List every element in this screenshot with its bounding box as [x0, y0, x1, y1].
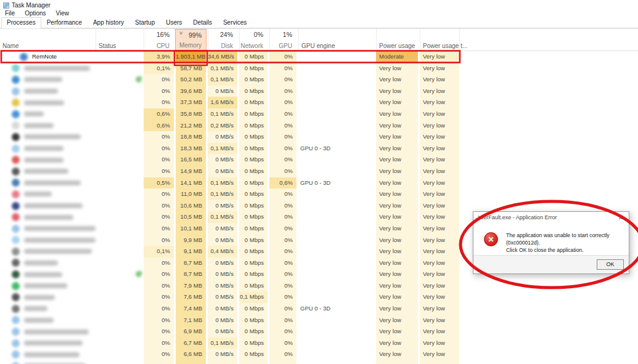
status-cell: [96, 120, 143, 132]
gpu-engine-cell: [298, 200, 375, 212]
redacted-process-name: [24, 318, 54, 323]
status-cell: [96, 166, 143, 177]
gpu-engine-cell: [298, 97, 375, 108]
process-row[interactable]: 0,1%58,7 MB0,1 MB/s0 Mbps0%Very lowVery …: [0, 63, 638, 75]
process-row[interactable]: 0%6,9 MB0 MB/s0 Mbps0%Very lowVery low: [0, 326, 638, 338]
process-row[interactable]: 0,6%21,2 MB0,2 MB/s0 Mbps0%Very lowVery …: [0, 120, 638, 132]
column-header-disk[interactable]: 24% Disk: [208, 29, 237, 51]
redacted-process-name: [24, 169, 68, 174]
tab-startup[interactable]: Startup: [129, 17, 160, 28]
redacted-process-name: [24, 215, 73, 220]
power-usage-cell: Very low: [376, 120, 418, 132]
column-header-power-usage[interactable]: Power usage: [376, 29, 418, 51]
tab-processes[interactable]: Processes: [1, 17, 41, 28]
power-usage-cell: Very low: [376, 338, 418, 349]
process-name-cell: [0, 303, 96, 315]
process-name-cell: [0, 188, 96, 200]
process-icon: [12, 293, 20, 301]
dialog-message: The application was unable to start corr…: [506, 232, 626, 254]
gpu-cell: 0%: [269, 86, 297, 97]
process-row[interactable]: [0, 360, 638, 364]
process-row[interactable]: 0%10,6 MB0 MB/s0 Mbps0%Very lowVery low: [0, 200, 638, 212]
process-name: RemNote: [32, 51, 57, 63]
process-row[interactable]: RemNote3,9%1.903,1 MB34,6 MB/s0 Mbps0%Mo…: [0, 51, 638, 63]
process-row[interactable]: 0%50,2 MB0,1 MB/s0 Mbps0%Very lowVery lo…: [0, 74, 638, 86]
gpu-engine-cell: [298, 269, 375, 280]
ok-button[interactable]: OK: [597, 259, 624, 270]
network-cell: 0 Mbps: [239, 303, 268, 315]
cpu-cell: 0%: [144, 235, 174, 246]
process-name-cell: [0, 166, 96, 177]
power-usage-cell: Moderate: [376, 51, 418, 63]
process-row[interactable]: 0%18,8 MB0 MB/s0 Mbps0%Very lowVery low: [0, 131, 638, 143]
process-name-cell: RemNote: [0, 51, 96, 63]
cpu-cell: 0,1%: [144, 63, 174, 75]
disk-cell: 0 MB/s: [208, 200, 237, 212]
menu-item-file[interactable]: File: [0, 9, 20, 18]
process-row[interactable]: 0%7,1 MB0 MB/s0 Mbps0%Very lowVery low: [0, 315, 638, 326]
status-cell: [96, 200, 143, 212]
process-row[interactable]: 0%14,9 MB0 MB/s0 Mbps0%Very lowVery low: [0, 166, 638, 177]
menu-item-options[interactable]: Options: [20, 9, 51, 18]
gpu-cell: 0%: [269, 211, 297, 223]
tab-app-history[interactable]: App history: [88, 17, 129, 28]
gpu-cell: 0%: [269, 120, 297, 132]
menu-bar: FileOptionsView: [0, 9, 638, 18]
redacted-process-name: [24, 180, 81, 185]
tab-users[interactable]: Users: [160, 17, 187, 28]
column-header-memory[interactable]: ˅ 99% Memory: [175, 29, 207, 51]
status-cell: [96, 338, 143, 349]
gpu-cell: 0%: [269, 257, 297, 269]
tab-services[interactable]: Services: [218, 17, 252, 28]
process-icon: [12, 168, 20, 176]
redacted-process-name: [24, 249, 92, 254]
process-row[interactable]: 0%6,7 MB0,1 MB/s0 Mbps0%Very lowVery low: [0, 338, 638, 349]
column-header-gpu-engine[interactable]: GPU engine: [298, 29, 375, 51]
gpu-cell: 0%: [269, 223, 297, 235]
process-row[interactable]: 0%7,4 MB0 MB/s0 Mbps0%GPU 0 - 3DVery low…: [0, 303, 638, 315]
cpu-cell: 0%: [144, 257, 174, 269]
process-icon: [12, 179, 20, 187]
power-usage-trend-cell: Very low: [420, 97, 459, 108]
redacted-process-name: [24, 100, 64, 105]
process-row[interactable]: 0%18,3 MB0,1 MB/s0 Mbps0%GPU 0 - 3DVery …: [0, 143, 638, 155]
disk-cell: 0 MB/s: [208, 154, 237, 166]
column-header-gpu[interactable]: 1% GPU: [269, 29, 297, 51]
power-usage-trend-cell: Very low: [420, 86, 459, 97]
process-row[interactable]: 0%11,0 MB0,1 MB/s0 Mbps0%Very lowVery lo…: [0, 188, 638, 200]
column-header-network[interactable]: 0% Network: [239, 29, 268, 51]
redacted-process-name: [24, 134, 81, 139]
close-icon[interactable]: ✕: [613, 212, 629, 224]
power-usage-trend-cell: Very low: [420, 166, 459, 177]
process-row[interactable]: 0%6,6 MB0 MB/s0 Mbps0%Very lowVery low: [0, 349, 638, 360]
process-row[interactable]: 0%16,5 MB0 MB/s0 Mbps0%Very lowVery low: [0, 154, 638, 166]
menu-item-view[interactable]: View: [51, 9, 75, 18]
network-cell: 0 Mbps: [239, 349, 268, 360]
process-row[interactable]: 0%7,6 MB0 MB/s0,1 Mbps0%Very lowVery low: [0, 291, 638, 303]
disk-cell: 0 MB/s: [208, 86, 237, 97]
network-cell: 0 Mbps: [239, 211, 268, 223]
memory-cell: 7,6 MB: [176, 291, 206, 303]
process-row[interactable]: 0%7,9 MB0 MB/s0 Mbps0%Very lowVery low: [0, 280, 638, 292]
column-header-name[interactable]: Name: [0, 29, 96, 51]
disk-cell: 0 MB/s: [208, 166, 237, 177]
process-row[interactable]: 0%39,6 MB0 MB/s0 Mbps0%Very lowVery low: [0, 86, 638, 97]
column-header-cpu[interactable]: 16% CPU: [144, 29, 174, 51]
status-cell: [96, 280, 143, 292]
status-cell: [96, 315, 143, 326]
process-row[interactable]: 0%37,3 MB1,6 MB/s0 Mbps0%Very lowVery lo…: [0, 97, 638, 108]
tab-performance[interactable]: Performance: [41, 17, 88, 28]
tab-details[interactable]: Details: [187, 17, 218, 28]
process-row[interactable]: 0,6%35,8 MB0,1 MB/s0 Mbps0%Very lowVery …: [0, 108, 638, 120]
cpu-cell: 0%: [144, 291, 174, 303]
gpu-engine-cell: [298, 360, 375, 364]
cpu-cell: 0%: [144, 269, 174, 280]
column-header-power-usage-trend[interactable]: Power usage t...: [420, 29, 459, 51]
process-row[interactable]: 0,5%14,1 MB0,1 MB/s0 Mbps0,6%GPU 0 - 3DV…: [0, 177, 638, 189]
redacted-process-name: [24, 306, 47, 311]
gpu-engine-cell: [298, 326, 375, 338]
process-name-cell: [0, 97, 96, 108]
disk-cell: 0,1 MB/s: [208, 63, 237, 75]
gpu-engine-cell: [298, 315, 375, 326]
column-header-status[interactable]: Status: [96, 29, 144, 51]
